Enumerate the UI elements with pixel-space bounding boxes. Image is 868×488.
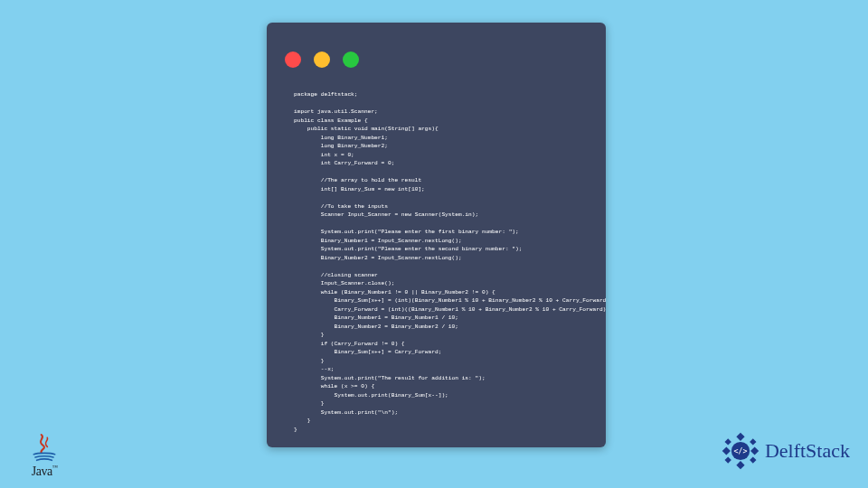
svg-marker-6 (724, 456, 731, 463)
code-snippet: package delftstack; import java.util.Sca… (294, 90, 588, 434)
page: package delftstack; import java.util.Sca… (0, 0, 868, 488)
close-icon[interactable] (285, 52, 301, 68)
svg-marker-7 (724, 438, 731, 445)
code-window: package delftstack; import java.util.Sca… (267, 23, 606, 447)
window-controls (285, 52, 359, 68)
svg-marker-2 (736, 461, 744, 469)
svg-marker-3 (722, 446, 731, 455)
svg-marker-5 (750, 456, 756, 463)
svg-marker-1 (750, 446, 759, 455)
maximize-icon[interactable] (343, 52, 359, 68)
minimize-icon[interactable] (314, 52, 330, 68)
delftstack-badge-icon: </> (720, 430, 761, 472)
delftstack-wordmark: DelftStack (765, 439, 850, 463)
svg-text:</>: </> (733, 446, 747, 455)
svg-marker-0 (736, 433, 744, 441)
java-cup-icon (23, 433, 66, 468)
delftstack-logo: </> DelftStack (720, 430, 850, 472)
java-logo: Java™ (23, 433, 66, 479)
svg-marker-4 (750, 438, 756, 445)
